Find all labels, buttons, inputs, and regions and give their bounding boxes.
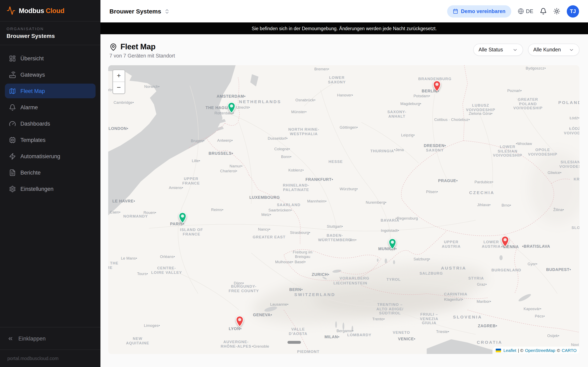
cpu-icon (9, 136, 16, 143)
sidebar-item-dashboards[interactable]: Dashboards (5, 116, 95, 131)
top-header: Brouwer Systems Demo vereinbaren DE TJ (100, 0, 588, 22)
demo-button[interactable]: Demo vereinbaren (447, 5, 511, 17)
openstreetmap-link[interactable]: OpenStreetMap (525, 348, 555, 353)
device-marker-red[interactable] (433, 80, 441, 92)
sidebar-item-alarme[interactable]: Alarme (5, 100, 95, 115)
portal-domain: portal.modbuscloud.com (0, 350, 100, 367)
sidebar-item-label: Einstellungen (20, 186, 53, 192)
page-title-block: Fleet Map 7 von 7 Geräten mit Standort (109, 42, 175, 59)
page-subtitle: 7 von 7 Geräten mit Standort (109, 53, 175, 59)
sidebar-item--bersicht[interactable]: Übersicht (5, 51, 95, 66)
file-text-icon (9, 169, 16, 176)
device-marker-green[interactable] (388, 238, 397, 250)
organisation-name: Brouwer Systems (7, 33, 94, 39)
header-actions: Demo vereinbaren DE TJ (447, 5, 579, 17)
main-content: Fleet Map 7 von 7 Geräten mit Standort A… (100, 34, 588, 367)
status-filter-select[interactable]: Alle Status (473, 44, 523, 56)
map-attribution: Leaflet | © OpenStreetMap © CARTO (493, 347, 579, 354)
sidebar-item-einstellungen[interactable]: Einstellungen (5, 182, 95, 196)
chevron-down-icon (512, 47, 518, 52)
ukraine-flag-icon (496, 349, 501, 352)
zoom-out-button[interactable]: − (113, 82, 125, 93)
page-title: Fleet Map (121, 42, 156, 51)
device-marker-green[interactable] (178, 212, 187, 224)
sidebar-item-label: Dashboards (20, 120, 50, 127)
sidebar: ModbusCloud ORGANISATION Brouwer Systems… (0, 0, 100, 367)
org-selector[interactable]: Brouwer Systems (109, 8, 170, 15)
bell-icon[interactable] (540, 8, 547, 15)
sidebar-item-label: Gateways (20, 72, 45, 78)
sidebar-item-label: Übersicht (20, 55, 44, 61)
leaflet-link[interactable]: Leaflet (503, 348, 516, 353)
page-header: Fleet Map 7 von 7 Geräten mit Standort A… (109, 42, 579, 59)
attribution-separator: | © (518, 348, 523, 353)
sidebar-item-label: Berichte (20, 169, 41, 175)
customer-filter-value: Alle Kunden (533, 47, 561, 53)
chevrons-up-down-icon (164, 8, 170, 14)
demo-button-label: Demo vereinbaren (461, 8, 506, 14)
organisation-label: ORGANISATION (7, 26, 94, 31)
status-filter-value: Alle Status (479, 47, 503, 53)
attribution-separator: © (557, 348, 560, 353)
carto-link[interactable]: CARTO (562, 348, 577, 353)
device-marker-red[interactable] (501, 236, 509, 248)
map-base-layer (108, 65, 579, 354)
device-marker-red[interactable] (236, 316, 244, 327)
dashboard-icon (9, 55, 16, 62)
map-pin-icon (109, 43, 117, 51)
sidebar-nav: ÜbersichtGatewaysFleet MapAlarmeDashboar… (0, 45, 100, 327)
device-marker-green[interactable] (227, 102, 236, 114)
logo-text: ModbusCloud (19, 7, 65, 15)
language-switcher[interactable]: DE (518, 8, 533, 14)
map-filters: Alle Status Alle Kunden (473, 44, 579, 56)
organisation-block: ORGANISATION Brouwer Systems (0, 22, 100, 45)
sidebar-item-automatisierung[interactable]: Automatisierung (5, 149, 95, 164)
demo-environment-banner: Sie befinden sich in der Demoumgebung. Ä… (100, 22, 588, 34)
zoom-in-button[interactable]: + (113, 70, 125, 82)
map-icon (9, 87, 16, 94)
app-root: ModbusCloud ORGANISATION Brouwer Systems… (0, 0, 588, 367)
gear-icon (9, 185, 16, 192)
fleet-map-canvas[interactable]: Bremen•LOWER SAXONYBRANDENBURGBydgoszcz•… (108, 65, 579, 354)
theme-toggle-sun-icon[interactable] (553, 8, 560, 15)
sidebar-item-berichte[interactable]: Berichte (5, 165, 95, 180)
sidebar-item-label: Automatisierung (20, 153, 60, 159)
user-avatar[interactable]: TJ (567, 5, 579, 17)
sidebar-item-label: Templates (20, 137, 45, 143)
chevrons-left-icon (7, 335, 13, 342)
zap-icon (9, 153, 16, 160)
customer-filter-select[interactable]: Alle Kunden (528, 44, 579, 56)
demo-banner-text: Sie befinden sich in der Demoumgebung. Ä… (252, 26, 437, 31)
logo[interactable]: ModbusCloud (0, 0, 100, 22)
chevron-down-icon (569, 47, 574, 52)
map-scale-bar (287, 341, 301, 344)
gauge-icon (9, 120, 16, 127)
bell-icon (9, 104, 16, 111)
sidebar-item-label: Alarme (20, 104, 38, 110)
sidebar-item-label: Fleet Map (20, 88, 45, 94)
sidebar-collapse-button[interactable]: Einklappen (0, 327, 100, 350)
sidebar-item-gateways[interactable]: Gateways (5, 67, 95, 82)
sidebar-item-fleet-map[interactable]: Fleet Map (5, 83, 95, 98)
org-selector-label: Brouwer Systems (109, 8, 161, 15)
language-label: DE (526, 8, 533, 14)
globe-icon (518, 8, 524, 14)
router-icon (9, 71, 16, 78)
map-zoom-control: + − (112, 69, 125, 94)
calendar-icon (453, 8, 458, 14)
collapse-label: Einklappen (18, 335, 46, 342)
pulse-logo-icon (7, 6, 16, 15)
sidebar-item-templates[interactable]: Templates (5, 133, 95, 147)
